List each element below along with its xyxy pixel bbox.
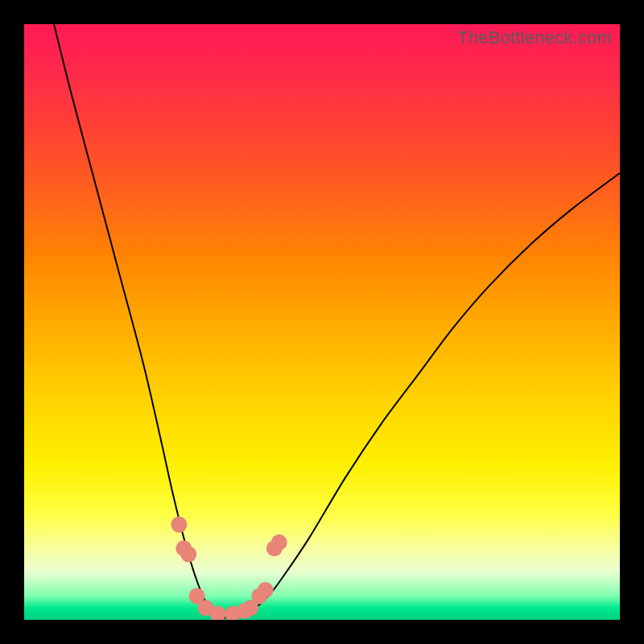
data-marker (271, 535, 287, 551)
curve-path (54, 24, 620, 617)
plot-area: TheBottleneck.com (24, 24, 620, 620)
chart-svg (24, 24, 620, 620)
data-marker (258, 582, 274, 598)
chart-frame: TheBottleneck.com (0, 0, 644, 644)
markers-group (171, 517, 287, 620)
data-marker (171, 517, 187, 533)
data-marker (180, 547, 196, 563)
